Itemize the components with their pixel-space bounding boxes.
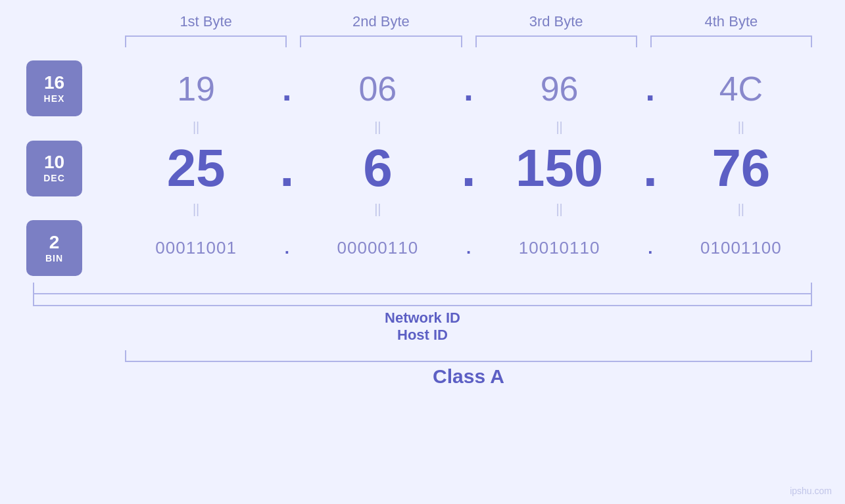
eq1-b1: || [118, 120, 274, 135]
bin-dot2: . [456, 238, 482, 258]
bin-badge-label: BIN [45, 253, 63, 263]
hex-byte4: 4C [664, 69, 819, 108]
eq1-b3: || [482, 120, 637, 135]
equals-row-2: || || || || [26, 202, 819, 217]
bin-badge: 2 BIN [26, 220, 82, 276]
bottom-section: Network ID Host ID Class A [26, 283, 819, 388]
byte3-header: 3rd Byte [469, 13, 644, 35]
bin-badge-num: 2 [49, 233, 60, 252]
hex-dot3: . [637, 69, 664, 108]
host-id-label: Host ID [26, 327, 819, 344]
bracket-host [33, 294, 812, 306]
dec-dot2: . [456, 138, 482, 198]
hex-badge: 16 HEX [26, 60, 82, 116]
class-label: Class A [118, 365, 819, 388]
eq1-b2: || [300, 120, 455, 135]
bin-byte1: 00011001 [118, 238, 274, 258]
byte2-header: 2nd Byte [293, 13, 468, 35]
dec-badge: 10 DEC [26, 141, 82, 196]
eq2-b1: || [118, 202, 274, 217]
byte4-header: 4th Byte [644, 13, 819, 35]
bin-byte2: 00000110 [300, 238, 455, 258]
dec-byte1: 25 [118, 138, 274, 198]
main-container: 1st Byte 2nd Byte 3rd Byte 4th Byte 16 H… [0, 0, 845, 504]
dec-badge-num: 10 [44, 153, 64, 172]
hex-byte3: 96 [482, 69, 637, 108]
dec-badge-label: DEC [43, 173, 65, 183]
dec-byte4: 76 [664, 138, 819, 198]
bracket-top-3 [475, 35, 637, 47]
hex-data-row: 16 HEX 19 . 06 . 96 . 4C [26, 60, 819, 116]
eq2-b4: || [664, 202, 819, 217]
eq2-b2: || [300, 202, 455, 217]
bin-dot1: . [274, 238, 300, 258]
dec-byte2: 6 [300, 138, 455, 198]
bracket-network [33, 283, 812, 294]
dec-byte3: 150 [482, 138, 637, 198]
bracket-top-4 [650, 35, 812, 47]
hex-badge-num: 16 [44, 74, 64, 92]
watermark: ipshu.com [790, 486, 832, 496]
hex-badge-label: HEX [44, 93, 65, 104]
hex-dot2: . [456, 69, 482, 108]
class-bracket-line [125, 350, 812, 362]
equals-row-1: || || || || [26, 120, 819, 135]
bin-dot3: . [637, 238, 664, 258]
dec-dot1: . [274, 138, 300, 198]
dec-data-row: 10 DEC 25 . 6 . 150 . 76 [26, 138, 819, 198]
eq2-b3: || [482, 202, 637, 217]
class-bracket-wrapper [118, 350, 819, 362]
hex-byte1: 19 [118, 69, 274, 108]
bin-byte3: 10010110 [482, 238, 637, 258]
network-id-label: Network ID [26, 309, 819, 327]
bracket-top-1 [125, 35, 287, 47]
bin-byte4: 01001100 [664, 238, 819, 258]
byte1-header: 1st Byte [118, 13, 293, 35]
dec-dot3: . [637, 138, 664, 198]
hex-dot1: . [274, 69, 300, 108]
byte-headers-row: 1st Byte 2nd Byte 3rd Byte 4th Byte [26, 13, 819, 35]
bracket-top-2 [300, 35, 462, 47]
hex-byte2: 06 [300, 69, 455, 108]
bin-data-row: 2 BIN 00011001 . 00000110 . 10010110 . 0… [26, 220, 819, 276]
eq1-b4: || [664, 120, 819, 135]
top-brackets [26, 35, 819, 47]
